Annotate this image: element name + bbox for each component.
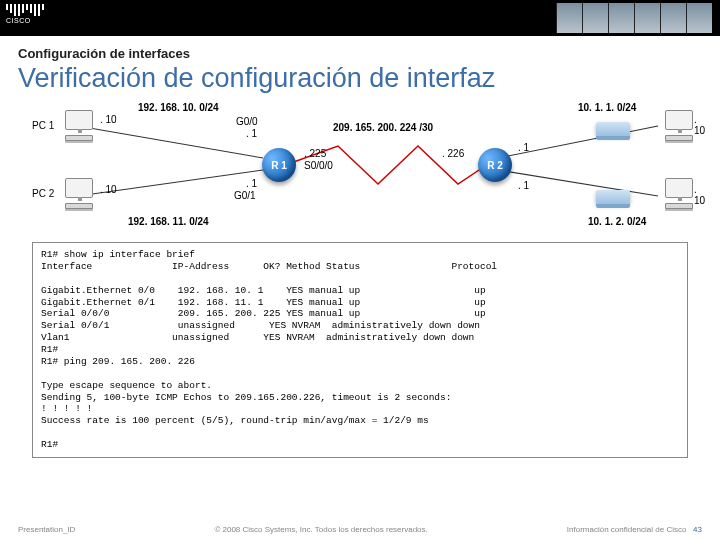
footer-center: © 2008 Cisco Systems, Inc. Todos los der… [214,525,427,534]
if-dot1: . 1 [246,178,257,189]
svg-line-0 [78,126,263,158]
if-dot1: . 1 [518,180,529,191]
photo-strip [556,3,712,33]
pc1-label: PC 1 [32,120,54,131]
net-label-5: 10. 1. 2. 0/24 [588,216,646,227]
router-r1-icon: R 1 [262,148,296,182]
slide-footer: Presentation_ID © 2008 Cisco Systems, In… [0,525,720,534]
if-g00: G0/0 [236,116,258,127]
footer-right: Información confidencial de Cisco [567,525,687,534]
brand-text: CISCO [6,17,44,25]
logo-bars-icon [6,4,44,16]
ip-last-octet: . 10 [100,184,117,195]
pc-icon [58,110,100,141]
ip-last-octet: . 10 [100,114,117,125]
cisco-logo: CISCO [6,4,44,25]
if-g01: G0/1 [234,190,256,201]
pc-icon [58,178,100,209]
ip-last-octet: . 10 [694,184,705,206]
section-kicker: Configuración de interfaces [18,46,702,61]
footer-left: Presentation_ID [18,525,75,534]
ip-last-octet: . 10 [694,114,705,136]
page-number: 43 [693,525,702,534]
cli-output: R1# show ip interface brief Interface IP… [32,242,688,458]
if-dot1: . 1 [518,142,529,153]
net-label-1: 192. 168. 10. 0/24 [138,102,219,113]
slide-title: Verificación de configuración de interfa… [18,63,702,94]
if-dot225: . 225 [304,148,326,159]
switch-icon [596,122,630,136]
switch-icon [596,190,630,204]
content-area: Configuración de interfaces Verificación… [0,36,720,458]
if-dot1: . 1 [246,128,257,139]
net-label-3: 209. 165. 200. 224 /30 [333,122,433,133]
network-diagram: 192. 168. 10. 0/24 192. 168. 11. 0/24 20… [18,98,702,236]
pc2-label: PC 2 [32,188,54,199]
net-label-4: 10. 1. 1. 0/24 [578,102,636,113]
router-label: R 1 [271,160,287,171]
if-dot226: . 226 [442,148,464,159]
router-r2-icon: R 2 [478,148,512,182]
router-label: R 2 [487,160,503,171]
if-s000: S0/0/0 [304,160,333,171]
net-label-2: 192. 168. 11. 0/24 [128,216,209,227]
top-bar: CISCO [0,0,720,36]
